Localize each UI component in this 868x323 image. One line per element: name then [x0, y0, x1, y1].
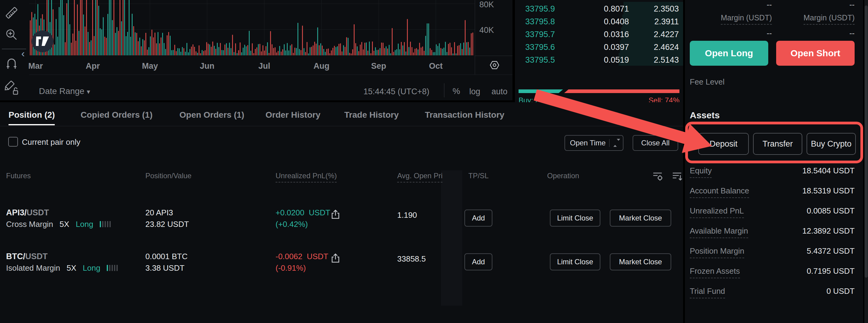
- ask-price[interactable]: 33795.7: [525, 30, 555, 39]
- avg-open-price: 1.190: [397, 211, 417, 220]
- percent-scale-button[interactable]: %: [453, 86, 460, 96]
- auto-scale-button[interactable]: auto: [492, 87, 507, 96]
- highlight-box: [685, 122, 863, 163]
- risk-level-bars: [107, 265, 118, 271]
- ask-price[interactable]: 33795.6: [525, 42, 555, 52]
- month-label: Apr: [86, 61, 100, 71]
- margin-label-long[interactable]: Margin (USDT): [721, 13, 772, 25]
- price-axis-label: 40K: [479, 26, 494, 35]
- scrollbar-track[interactable]: [864, 0, 868, 323]
- position-size: 0.0001 BTC: [145, 252, 188, 261]
- tab-position[interactable]: Position (2): [8, 110, 55, 120]
- chevron-down-icon: ▾: [87, 88, 90, 96]
- asset-value: 18.5319 USDT: [764, 186, 855, 196]
- ask-amount: 0.0519: [591, 55, 629, 65]
- active-tab-underline: [8, 124, 55, 125]
- ask-amount: 0.0397: [591, 42, 629, 52]
- axis-separator: [475, 56, 513, 56]
- ask-price[interactable]: 33795.9: [525, 4, 555, 14]
- pair-base[interactable]: BTC/: [6, 252, 25, 261]
- chart-clock: 15:44:45 (UTC+8): [364, 87, 429, 96]
- tab-copied-orders[interactable]: Copied Orders (1): [81, 110, 152, 120]
- open-time-label: Open Time: [570, 139, 606, 147]
- market-close-button[interactable]: Market Close: [610, 209, 671, 227]
- tab-order-history[interactable]: Order History: [266, 110, 320, 120]
- trading-app: ‹ 80K 40K MarAprMayJunJulAugSepOct Date …: [0, 0, 868, 323]
- month-label: Jul: [258, 61, 270, 71]
- ask-price[interactable]: 33795.8: [525, 17, 555, 27]
- open-short-button[interactable]: Open Short: [776, 41, 855, 66]
- asset-label[interactable]: Frozen Assets: [690, 266, 740, 278]
- axis-bottom-line: [29, 74, 513, 75]
- ask-total: 2.3911: [641, 17, 679, 27]
- month-label: Mar: [28, 61, 43, 71]
- ask-amount: 0.0408: [591, 17, 629, 27]
- collapse-toolbar-chevron[interactable]: ‹: [21, 47, 25, 59]
- ask-amount: 0.8071: [591, 4, 629, 14]
- chart-settings-icon[interactable]: [489, 59, 501, 71]
- share-pnl-icon[interactable]: [330, 253, 341, 264]
- cost-value-short: --: [794, 0, 855, 9]
- avg-open-price: 33858.5: [397, 254, 426, 264]
- share-pnl-icon[interactable]: [330, 209, 341, 220]
- month-label: May: [142, 61, 158, 71]
- month-label: Aug: [314, 61, 330, 71]
- pair-quote[interactable]: USDT: [25, 252, 48, 261]
- market-close-button[interactable]: Market Close: [610, 253, 671, 270]
- tab-transaction-history[interactable]: Transaction History: [425, 110, 504, 120]
- pnl-currency: USDT: [307, 252, 329, 261]
- asset-label[interactable]: Account Balance: [690, 186, 749, 198]
- pnl-currency: USDT: [309, 208, 330, 217]
- sort-arrows-icon: [614, 141, 620, 145]
- magnet-icon[interactable]: [4, 57, 19, 72]
- drawing-lock-icon[interactable]: [4, 80, 20, 96]
- limit-close-button[interactable]: Limit Close: [550, 209, 600, 227]
- ask-total: 2.4227: [641, 30, 679, 39]
- side-label: Long: [76, 220, 93, 229]
- sort-by-open-time-dropdown[interactable]: Open Time: [564, 135, 623, 151]
- position-notional: 23.82 USDT: [145, 220, 189, 229]
- asset-label[interactable]: Position Margin: [690, 246, 744, 258]
- ask-price[interactable]: 33795.5: [525, 55, 555, 65]
- buy-sell-ratio-bar: [519, 89, 679, 93]
- asset-label[interactable]: Trial Fund: [690, 287, 725, 298]
- col-header-avg-open-price[interactable]: Avg. Open Pri: [397, 171, 442, 183]
- positions-panel: Position (2) Copied Orders (1) Open Orde…: [0, 102, 683, 323]
- fee-level-label[interactable]: Fee Level: [690, 77, 724, 87]
- side-label: Long: [83, 263, 100, 272]
- asset-value: 18.5404 USDT: [764, 166, 855, 175]
- volume-chart[interactable]: [0, 0, 475, 56]
- tab-trade-history[interactable]: Trade History: [344, 110, 399, 120]
- column-filter-settings-icon[interactable]: [653, 171, 663, 181]
- current-pair-label[interactable]: Current pair only: [22, 137, 80, 147]
- asset-label[interactable]: Unrealized PnL: [690, 206, 744, 218]
- scrollbar-thumb[interactable]: [865, 5, 868, 278]
- col-header-futures: Futures: [6, 171, 31, 180]
- add-tpsl-button[interactable]: Add: [464, 253, 492, 270]
- orderbook-panel: 33795.9 0.8071 2.3503 33795.8 0.0408 2.3…: [515, 0, 683, 102]
- current-pair-checkbox[interactable]: [8, 137, 18, 147]
- pnl-percent: (-0.91%): [276, 263, 306, 273]
- col-header-unrealized-pnl[interactable]: Unrealized PnL(%): [276, 171, 337, 183]
- date-range-selector[interactable]: Date Range ▾: [39, 86, 90, 96]
- column-layout-icon[interactable]: [672, 171, 682, 181]
- pair-quote[interactable]: USDT: [27, 208, 49, 217]
- ask-total: 2.5143: [641, 55, 679, 65]
- log-scale-button[interactable]: log: [469, 87, 480, 96]
- controls-divider: [444, 83, 444, 97]
- limit-close-button[interactable]: Limit Close: [550, 253, 600, 270]
- margin-label-short[interactable]: Margin (USDT): [804, 13, 855, 25]
- add-tpsl-button[interactable]: Add: [464, 209, 492, 227]
- asset-value: 5.4372 USDT: [764, 246, 855, 256]
- position-size: 20 API3: [145, 208, 173, 218]
- asset-label[interactable]: Available Margin: [690, 226, 748, 238]
- month-label: Oct: [429, 61, 442, 71]
- leverage: 5X: [67, 263, 76, 272]
- tab-open-orders[interactable]: Open Orders (1): [180, 110, 244, 120]
- risk-level-bars: [100, 221, 111, 227]
- asset-label[interactable]: Equity: [690, 166, 712, 178]
- pair-base[interactable]: API3/: [6, 208, 27, 217]
- open-long-button[interactable]: Open Long: [690, 41, 768, 66]
- margin-value-long: --: [711, 29, 772, 38]
- close-all-button[interactable]: Close All: [632, 135, 678, 151]
